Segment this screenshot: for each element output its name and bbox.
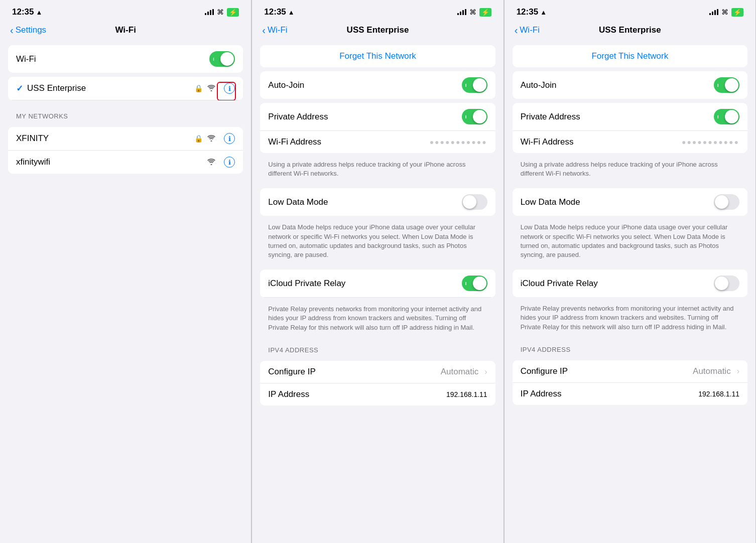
configure-ip-value-1: Automatic xyxy=(441,367,479,377)
configure-ip-value-2: Automatic xyxy=(693,366,731,376)
wifi-toggle[interactable]: I xyxy=(209,51,235,67)
icloud-relay-note-2: Private Relay prevents networks from mon… xyxy=(505,301,755,338)
low-data-label-1: Low Data Mode xyxy=(268,197,461,207)
xfinitywifi-icons: ℹ xyxy=(207,157,235,168)
forget-network-group-2: Forget This Network xyxy=(513,45,747,67)
status-time-2: 12:35 ▲ xyxy=(264,7,294,17)
battery-icon-2: ⚡ xyxy=(479,8,491,17)
connected-network-icons: 🔒 ℹ xyxy=(194,83,235,94)
low-data-group-1: Low Data Mode xyxy=(260,188,495,216)
forget-network-label-2: Forget This Network xyxy=(521,51,739,61)
forget-network-row-2[interactable]: Forget This Network xyxy=(513,45,747,67)
signal-bars-2 xyxy=(457,9,466,15)
svg-point-0 xyxy=(211,90,212,91)
ip-address-value-2: 192.168.1.11 xyxy=(698,390,739,398)
back-button-1[interactable]: ‹ Settings xyxy=(10,25,46,36)
forget-network-group-1: Forget This Network xyxy=(260,45,495,67)
configure-ip-row-1[interactable]: Configure IP Automatic › xyxy=(260,361,495,383)
low-data-toggle-1[interactable] xyxy=(462,194,487,210)
ipv4-section-label-1: IPV4 ADDRESS xyxy=(252,338,503,357)
wifi-address-row-2: Wi-Fi Address ●●●●●●●●●●● xyxy=(513,131,747,153)
nav-bar-2: ‹ Wi-Fi USS Enterprise xyxy=(252,21,503,41)
icloud-relay-note-1: Private Relay prevents networks from mon… xyxy=(252,302,503,338)
low-data-row-1[interactable]: Low Data Mode xyxy=(260,188,495,216)
icloud-relay-row-1[interactable]: iCloud Private Relay I xyxy=(260,269,495,298)
wifi-address-value-1: ●●●●●●●●●●● xyxy=(430,138,487,146)
wifi-address-note-2: Using a private address helps reduce tra… xyxy=(505,157,755,184)
wifi-toggle-row[interactable]: Wi-Fi I xyxy=(8,45,243,73)
status-bar-3: 12:35 ▲ ⌘ ⚡ xyxy=(505,0,755,21)
icloud-relay-label-1: iCloud Private Relay xyxy=(268,279,461,289)
panel-wifi-settings: 12:35 ▲ ⌘ ⚡ ‹ Settings Wi-Fi Wi-Fi xyxy=(0,0,251,543)
auto-join-row-1[interactable]: Auto-Join I xyxy=(260,71,495,99)
private-address-row-1[interactable]: Private Address I xyxy=(260,103,495,131)
svg-point-1 xyxy=(211,140,212,142)
info-button-xfinity[interactable]: ℹ xyxy=(224,133,235,144)
checkmark-icon: ✓ xyxy=(16,83,23,94)
back-button-2[interactable]: ‹ Wi-Fi xyxy=(262,25,287,36)
private-address-toggle-2[interactable]: I xyxy=(714,109,739,124)
wifi-address-note-1: Using a private address helps reduce tra… xyxy=(252,157,503,184)
saved-network-xfinitywifi[interactable]: xfinitywifi ℹ xyxy=(8,151,243,174)
private-address-group-2: Private Address I Wi-Fi Address ●●●●●●●●… xyxy=(513,103,747,153)
private-address-row-2[interactable]: Private Address I xyxy=(513,103,747,131)
signal-bars-1 xyxy=(205,9,214,15)
status-icons-1: ⌘ ⚡ xyxy=(205,8,239,17)
wifi-signal-xfinitywifi xyxy=(207,158,216,167)
svg-point-2 xyxy=(211,164,212,165)
low-data-note-1: Low Data Mode helps reduce your iPhone d… xyxy=(252,220,503,265)
configure-ip-label-1: Configure IP xyxy=(268,367,440,377)
xfinity-name: XFINITY xyxy=(16,133,194,144)
chevron-back-icon-3: ‹ xyxy=(515,25,518,36)
low-data-row-2[interactable]: Low Data Mode xyxy=(513,188,747,216)
status-bar-2: 12:35 ▲ ⌘ ⚡ xyxy=(252,0,503,21)
location-arrow-icon-3: ▲ xyxy=(540,9,547,16)
wifi-status-icon-1: ⌘ xyxy=(217,8,224,16)
icloud-relay-toggle-1[interactable]: I xyxy=(462,276,487,291)
xfinity-icons: 🔒 ℹ xyxy=(194,133,235,144)
connected-network-group: ✓ USS Enterprise 🔒 ℹ xyxy=(8,77,243,100)
enterprise-detail-content-2: Forget This Network Auto-Join I Private … xyxy=(505,41,755,543)
info-button-connected[interactable]: ℹ xyxy=(224,83,235,94)
forget-network-label-1: Forget This Network xyxy=(268,51,487,61)
auto-join-group-1: Auto-Join I xyxy=(260,71,495,99)
icloud-relay-row-2[interactable]: iCloud Private Relay xyxy=(513,269,747,297)
configure-ip-row-2[interactable]: Configure IP Automatic › xyxy=(513,360,747,383)
my-networks-header: MY NETWORKS xyxy=(0,104,251,123)
wifi-status-icon-2: ⌘ xyxy=(469,8,476,16)
ip-line-2: 192.168.1.11 xyxy=(694,390,739,398)
ipv4-group-1: Configure IP Automatic › IP Address 192.… xyxy=(260,361,495,405)
wifi-label: Wi-Fi xyxy=(16,54,209,64)
saved-network-xfinity[interactable]: XFINITY 🔒 ℹ xyxy=(8,127,243,151)
chevron-back-icon-2: ‹ xyxy=(262,25,266,36)
low-data-toggle-2[interactable] xyxy=(714,194,739,210)
private-address-toggle-1[interactable]: I xyxy=(462,109,487,124)
chevron-icon-1: › xyxy=(484,367,487,376)
info-button-xfinitywifi[interactable]: ℹ xyxy=(224,157,235,168)
wifi-address-label-1: Wi-Fi Address xyxy=(268,137,429,147)
auto-join-row-2[interactable]: Auto-Join I xyxy=(513,71,747,99)
location-arrow-icon-1: ▲ xyxy=(36,9,42,16)
ip-address-row-1: IP Address 192.168.1.11 xyxy=(260,383,495,405)
nav-title-2: USS Enterprise xyxy=(347,25,409,35)
nav-title-1: Wi-Fi xyxy=(115,25,136,35)
status-bar-1: 12:35 ▲ ⌘ ⚡ xyxy=(0,0,251,21)
location-arrow-icon-2: ▲ xyxy=(288,9,295,16)
icloud-relay-toggle-2[interactable] xyxy=(714,276,739,291)
back-button-3[interactable]: ‹ Wi-Fi xyxy=(515,25,540,36)
auto-join-toggle-2[interactable]: I xyxy=(714,77,739,93)
battery-icon-1: ⚡ xyxy=(227,8,239,17)
private-address-label-2: Private Address xyxy=(521,112,714,122)
forget-network-row-1[interactable]: Forget This Network xyxy=(260,45,495,67)
private-address-label-1: Private Address xyxy=(268,112,461,122)
connected-network-row[interactable]: ✓ USS Enterprise 🔒 ℹ xyxy=(8,77,243,100)
wifi-address-label-2: Wi-Fi Address xyxy=(521,137,682,147)
nav-title-3: USS Enterprise xyxy=(599,25,661,35)
ipv4-section-label-2: IPV4 ADDRESS xyxy=(505,338,755,356)
lock-icon-xfinity: 🔒 xyxy=(194,134,203,143)
auto-join-group-2: Auto-Join I xyxy=(513,71,747,99)
wifi-signal-icon-1 xyxy=(207,84,216,93)
connected-network-name: USS Enterprise xyxy=(27,83,194,93)
auto-join-toggle-1[interactable]: I xyxy=(462,77,487,93)
chevron-back-icon-1: ‹ xyxy=(10,25,14,36)
